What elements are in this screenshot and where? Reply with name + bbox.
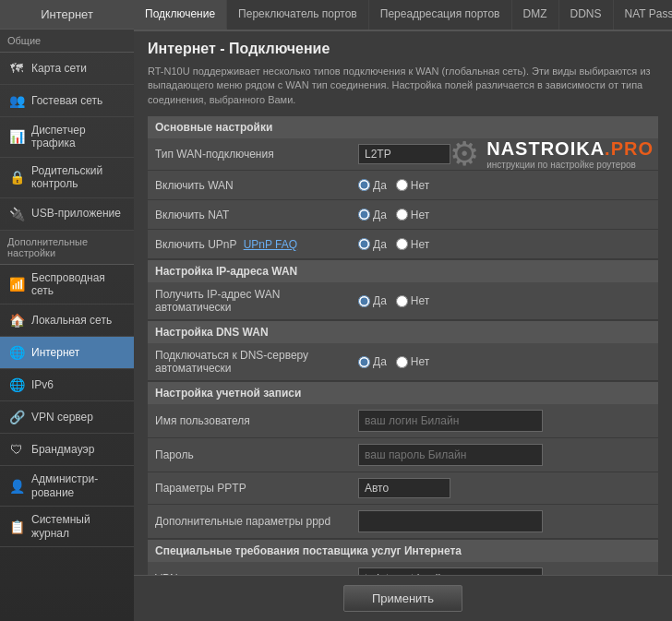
auto-dns-yes[interactable]: Да (358, 355, 387, 368)
wan-ip-section: Настройка IP-адреса WAN Получить IP-адре… (148, 260, 658, 320)
page-title: Интернет - Подключение (148, 41, 658, 57)
password-label: Пароль (155, 448, 358, 461)
tab-bar: Подключение Переключатель портов Переадр… (134, 0, 672, 31)
auto-ip-value: Да Нет (358, 294, 651, 307)
sidebar-label: Беспроводная сеть (31, 271, 126, 298)
username-label: Имя пользователя (155, 414, 358, 427)
auto-ip-label: Получить IP-адрес WAN автоматически (155, 288, 358, 314)
vpn-server-row: VPN сервер (148, 562, 658, 575)
sidebar-item-local-network[interactable]: 🏠 Локальная сеть (0, 305, 134, 337)
username-value (358, 410, 651, 432)
pppd-input[interactable] (358, 510, 543, 532)
sidebar-label: Системный журнал (31, 513, 126, 540)
sidebar-label: Интернет (31, 346, 126, 359)
enable-nat-yes[interactable]: Да (358, 209, 387, 221)
sidebar-item-vpn[interactable]: 🔗 VPN сервер (0, 401, 134, 434)
account-header: Настройка учетной записи (148, 382, 658, 404)
sidebar-item-usb[interactable]: 🔌 USB-приложение (0, 198, 134, 231)
sidebar-item-guest-network[interactable]: 👥 Гостевая сеть (0, 85, 134, 117)
tab-ddns[interactable]: DDNS (559, 0, 614, 30)
password-value (358, 444, 651, 466)
chart-icon: 📊 (7, 127, 26, 146)
enable-nat-value: Да Нет (358, 209, 651, 221)
content-area: Интернет - Подключение RT-N10U поддержив… (134, 31, 672, 575)
enable-upnp-no[interactable]: Нет (396, 238, 429, 251)
lock-icon: 🔒 (7, 168, 26, 186)
enable-nat-radio-group: Да Нет (358, 209, 429, 221)
tab-nat-passthrough[interactable]: NAT Passthrough (614, 0, 672, 30)
auto-ip-yes[interactable]: Да (358, 294, 387, 307)
auto-dns-radio-group: Да Нет (358, 355, 429, 368)
pppd-label: Дополнительные параметры pppd (155, 515, 358, 528)
log-icon: 📋 (7, 518, 26, 536)
vpn-server-input[interactable] (358, 567, 543, 575)
sidebar-item-admin[interactable]: 👤 Администри-рование (0, 466, 134, 507)
sidebar-general-section: Общие (0, 30, 134, 53)
password-input[interactable] (358, 444, 543, 466)
sidebar-top-label: Интернет (41, 7, 93, 21)
sidebar-label: USB-приложение (31, 207, 126, 220)
username-row: Имя пользователя (148, 404, 658, 438)
auto-ip-radio-group: Да Нет (358, 294, 429, 307)
sidebar-item-network-map[interactable]: 🗺 Карта сети (0, 53, 134, 85)
sidebar-label: Брандмауэр (31, 443, 126, 456)
sidebar-label: IPv6 (31, 378, 126, 391)
vpn-icon: 🔗 (7, 408, 26, 426)
sidebar-internet-top[interactable]: Интернет (0, 0, 134, 30)
tab-dmz[interactable]: DMZ (512, 0, 559, 30)
sidebar-item-parental[interactable]: 🔒 Родительский контроль (0, 158, 134, 198)
enable-wan-label: Включить WAN (155, 179, 358, 192)
enable-upnp-value: Да Нет (358, 238, 651, 251)
tab-port-forward[interactable]: Переадресация портов (369, 0, 512, 30)
pptp-select[interactable]: Авто Ручной (358, 478, 450, 498)
sidebar-label: VPN сервер (31, 411, 126, 424)
sidebar-item-wireless[interactable]: 📶 Беспроводная сеть (0, 265, 134, 305)
basic-settings-section: Основные настройки Тип WAN-подключения L… (148, 116, 658, 259)
password-row: Пароль (148, 438, 658, 472)
sidebar-label: Родительский контроль (31, 164, 126, 191)
auto-dns-value: Да Нет (358, 355, 651, 368)
sidebar-item-internet[interactable]: 🌐 Интернет (0, 337, 134, 369)
dns-wan-section: Настройка DNS WAN Подключаться к DNS-сер… (148, 321, 658, 381)
ipv6-icon: 🌐 (7, 376, 26, 394)
enable-nat-label: Включить NAT (155, 209, 358, 221)
wan-type-select[interactable]: L2TP PPPoE PPTP DHCP Static IP (358, 144, 450, 164)
sidebar: Интернет Общие 🗺 Карта сети 👥 Гостевая с… (0, 0, 134, 621)
tab-port-switch[interactable]: Переключатель портов (227, 0, 369, 30)
page-description: RT-N10U поддерживает несколько типов под… (148, 65, 658, 107)
username-input[interactable] (358, 410, 543, 432)
sidebar-label: Локальная сеть (31, 314, 126, 327)
logo-subtitle: инструкции по настройке роутеров (486, 160, 654, 170)
sidebar-label: Диспетчер трафика (31, 124, 126, 150)
sidebar-item-traffic[interactable]: 📊 Диспетчер трафика (0, 117, 134, 158)
wan-type-row: Тип WAN-подключения L2TP PPPoE PPTP DHCP… (148, 138, 658, 171)
wifi-icon: 📶 (7, 275, 26, 293)
enable-nat-no[interactable]: Нет (396, 209, 429, 221)
sidebar-item-ipv6[interactable]: 🌐 IPv6 (0, 369, 134, 401)
enable-wan-yes[interactable]: Да (358, 179, 387, 192)
sidebar-item-firewall[interactable]: 🛡 Брандмауэр (0, 434, 134, 466)
home-icon: 🏠 (7, 311, 26, 329)
sidebar-item-syslog[interactable]: 📋 Системный журнал (0, 507, 134, 547)
pptp-label: Параметры PPTP (155, 482, 358, 495)
sidebar-label: Администри-рование (31, 472, 126, 499)
pptp-row: Параметры PPTP Авто Ручной (148, 472, 658, 505)
globe-icon: 🌐 (7, 343, 26, 362)
apply-button[interactable]: Применить (343, 585, 462, 612)
vpn-server-value (358, 567, 651, 575)
upnp-faq-link[interactable]: UPnP FAQ (244, 238, 297, 251)
auto-ip-no[interactable]: Нет (396, 294, 429, 307)
pptp-value: Авто Ручной (358, 478, 651, 498)
enable-upnp-yes[interactable]: Да (358, 238, 387, 251)
enable-nat-row: Включить NAT Да Нет (148, 200, 658, 230)
isp-section: Специальные требования поставщика услуг … (148, 540, 658, 575)
map-icon: 🗺 (7, 59, 26, 78)
enable-wan-value: Да Нет (358, 179, 651, 192)
apply-area: Применить (134, 575, 672, 621)
usb-icon: 🔌 (7, 205, 26, 223)
tab-connection[interactable]: Подключение (134, 0, 227, 30)
enable-upnp-radio-group: Да Нет (358, 238, 429, 251)
logo-brand: NASTROIKA.PRO (486, 138, 654, 160)
enable-wan-no[interactable]: Нет (396, 179, 429, 192)
auto-dns-no[interactable]: Нет (396, 355, 429, 368)
